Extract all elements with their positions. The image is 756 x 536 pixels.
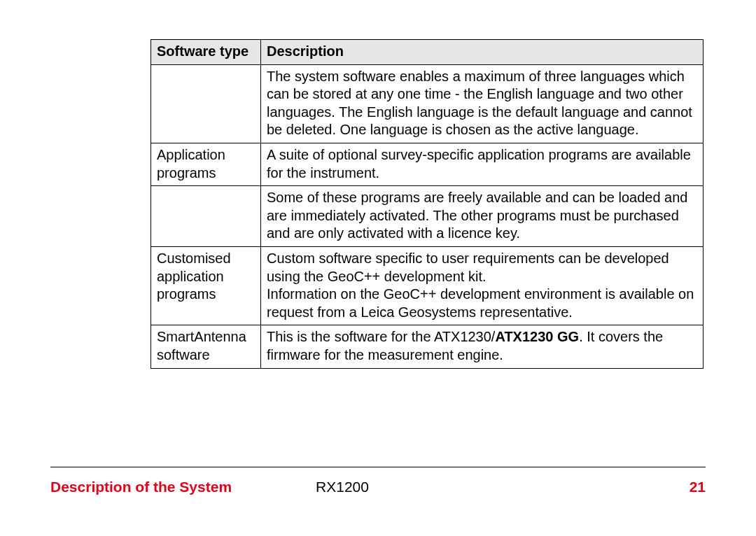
page-footer: Description of the System RX1200 21 xyxy=(50,479,706,495)
cell-desc: A suite of optional survey-specific appl… xyxy=(260,143,703,185)
footer-page-number: 21 xyxy=(690,479,706,495)
cell-type xyxy=(151,186,261,247)
cell-desc: Some of these programs are freely availa… xyxy=(260,186,703,247)
cell-desc: Custom software specific to user require… xyxy=(260,246,703,325)
software-table: Software type Description The system sof… xyxy=(150,39,704,369)
table-row: Some of these programs are freely availa… xyxy=(151,186,704,247)
table-row: Customised application programs Custom s… xyxy=(151,246,704,325)
cell-type: SmartAntenna software xyxy=(151,325,261,368)
table-header-row: Software type Description xyxy=(151,40,704,65)
desc-bold: ATX1230 GG xyxy=(495,329,579,344)
cell-type: Application programs xyxy=(151,143,261,185)
table-row: SmartAntenna software This is the softwa… xyxy=(151,325,704,368)
desc-pre: This is the software for the ATX1230/ xyxy=(267,329,495,344)
table-row: The system software enables a maximum of… xyxy=(151,64,704,143)
header-software-type: Software type xyxy=(151,40,261,65)
footer-model: RX1200 xyxy=(316,479,369,495)
header-description: Description xyxy=(260,40,703,65)
document-page: Software type Description The system sof… xyxy=(0,0,756,536)
cell-type: Customised application programs xyxy=(151,246,261,325)
cell-type xyxy=(151,64,261,143)
footer-section-title: Description of the System xyxy=(50,479,232,495)
footer-divider xyxy=(50,467,706,467)
cell-desc: The system software enables a maximum of… xyxy=(260,64,703,143)
cell-desc: This is the software for the ATX1230/ATX… xyxy=(260,325,703,368)
table-row: Application programs A suite of optional… xyxy=(151,143,704,185)
